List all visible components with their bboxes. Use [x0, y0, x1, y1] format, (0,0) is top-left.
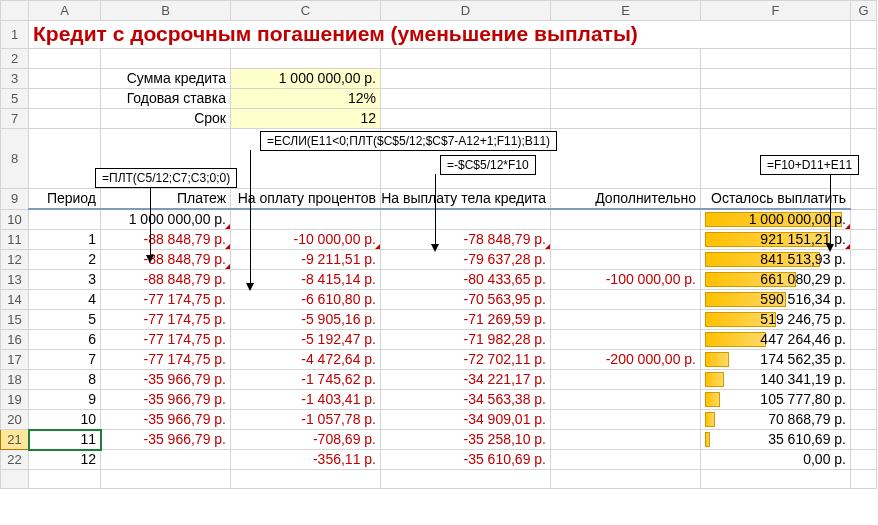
cell-extra[interactable]: -200 000,00 р.	[551, 350, 701, 370]
row-header[interactable]: 3	[1, 69, 29, 89]
cell-principal[interactable]: -34 563,38 р.	[381, 390, 551, 410]
row-header[interactable]: 21	[1, 430, 29, 450]
input-term[interactable]: 12	[231, 109, 381, 129]
row-header[interactable]	[1, 470, 29, 489]
cell-extra[interactable]	[551, 330, 701, 350]
cell-interest[interactable]: -6 610,80 р.	[231, 290, 381, 310]
row-header[interactable]: 19	[1, 390, 29, 410]
cell-principal[interactable]: -35 610,69 р.	[381, 450, 551, 470]
cell-remaining[interactable]: 35 610,69 р.	[701, 430, 851, 450]
cell-period[interactable]: 4	[29, 290, 101, 310]
cell-extra[interactable]	[551, 430, 701, 450]
cell-remaining[interactable]: 519 246,75 р.	[701, 310, 851, 330]
cell-period[interactable]: 2	[29, 250, 101, 270]
cell-period[interactable]: 12	[29, 450, 101, 470]
cell-remaining[interactable]: 841 513,93 р.	[701, 250, 851, 270]
cell-interest[interactable]: -1 745,62 р.	[231, 370, 381, 390]
label-rate[interactable]: Годовая ставка	[101, 89, 231, 109]
cell-remaining[interactable]: 447 264,46 р.	[701, 330, 851, 350]
row-header[interactable]: 12	[1, 250, 29, 270]
cell-principal[interactable]: -80 433,65 р.	[381, 270, 551, 290]
cell-payment[interactable]: -88 848,79 р.	[101, 270, 231, 290]
cell-extra[interactable]	[551, 390, 701, 410]
cell-principal[interactable]: -35 258,10 р.	[381, 430, 551, 450]
col-header-b[interactable]: B	[101, 1, 231, 21]
cell-initial-remaining[interactable]: 1 000 000,00 р.	[701, 209, 851, 230]
cell-extra[interactable]	[551, 310, 701, 330]
cell-extra[interactable]	[551, 410, 701, 430]
label-term[interactable]: Срок	[101, 109, 231, 129]
col-payment[interactable]: Платеж	[101, 189, 231, 210]
cell-remaining[interactable]: 140 341,19 р.	[701, 370, 851, 390]
cell-principal[interactable]: -79 637,28 р.	[381, 250, 551, 270]
row-header[interactable]: 13	[1, 270, 29, 290]
cell-extra[interactable]	[551, 450, 701, 470]
col-header-d[interactable]: D	[381, 1, 551, 21]
cell-payment[interactable]: -77 174,75 р.	[101, 310, 231, 330]
row-header[interactable]: 22	[1, 450, 29, 470]
cell-principal[interactable]: -70 563,95 р.	[381, 290, 551, 310]
col-header-g[interactable]: G	[851, 1, 877, 21]
cell-interest[interactable]: -5 905,16 р.	[231, 310, 381, 330]
cell-period[interactable]: 8	[29, 370, 101, 390]
cell-payment[interactable]: -35 966,79 р.	[101, 390, 231, 410]
cell-initial-payment[interactable]: 1 000 000,00 р.	[101, 209, 231, 230]
row-header[interactable]: 14	[1, 290, 29, 310]
row-header[interactable]: 20	[1, 410, 29, 430]
row-header[interactable]: 11	[1, 230, 29, 250]
row-header[interactable]: 16	[1, 330, 29, 350]
cell-interest[interactable]: -356,11 р.	[231, 450, 381, 470]
row-header[interactable]: 2	[1, 49, 29, 69]
cell-remaining[interactable]: 0,00 р.	[701, 450, 851, 470]
row-header[interactable]: 8	[1, 129, 29, 189]
cell-remaining[interactable]: 174 562,35 р.	[701, 350, 851, 370]
col-header-f[interactable]: F	[701, 1, 851, 21]
column-header-row[interactable]: A B C D E F G	[1, 1, 877, 21]
cell-extra[interactable]	[551, 370, 701, 390]
cell-period[interactable]: 10	[29, 410, 101, 430]
cell-payment[interactable]: -88 848,79 р.	[101, 230, 231, 250]
input-rate[interactable]: 12%	[231, 89, 381, 109]
input-sum[interactable]: 1 000 000,00 р.	[231, 69, 381, 89]
cell-payment[interactable]: -77 174,75 р.	[101, 350, 231, 370]
cell-payment[interactable]: -35 966,79 р.	[101, 410, 231, 430]
col-interest[interactable]: На оплату процентов	[231, 189, 381, 210]
cell-payment[interactable]: -35 966,79 р.	[101, 430, 231, 450]
col-period[interactable]: Период	[29, 189, 101, 210]
cell-period[interactable]: 11	[29, 430, 101, 450]
cell-payment[interactable]: -88 848,79 р.	[101, 250, 231, 270]
cell-remaining[interactable]: 105 777,80 р.	[701, 390, 851, 410]
col-extra[interactable]: Дополнительно	[551, 189, 701, 210]
row-header[interactable]: 7	[1, 109, 29, 129]
cell-principal[interactable]: -71 269,59 р.	[381, 310, 551, 330]
cell-period[interactable]: 3	[29, 270, 101, 290]
cell-period[interactable]: 7	[29, 350, 101, 370]
cell-period[interactable]: 1	[29, 230, 101, 250]
row-header[interactable]: 15	[1, 310, 29, 330]
col-principal[interactable]: На выплату тела кредита	[381, 189, 551, 210]
cell-interest[interactable]: -708,69 р.	[231, 430, 381, 450]
row-header[interactable]: 18	[1, 370, 29, 390]
cell-principal[interactable]: -34 909,01 р.	[381, 410, 551, 430]
row-header[interactable]: 10	[1, 209, 29, 230]
cell-extra[interactable]	[551, 250, 701, 270]
label-sum[interactable]: Сумма кредита	[101, 69, 231, 89]
cell-payment[interactable]: -35 966,79 р.	[101, 370, 231, 390]
cell-interest[interactable]: -1 057,78 р.	[231, 410, 381, 430]
row-header[interactable]: 1	[1, 21, 29, 49]
col-remaining[interactable]: Осталось выплатить	[701, 189, 851, 210]
cell-remaining[interactable]: 661 080,29 р.	[701, 270, 851, 290]
cell-interest[interactable]: -9 211,51 р.	[231, 250, 381, 270]
col-header-c[interactable]: C	[231, 1, 381, 21]
cell-payment[interactable]: -77 174,75 р.	[101, 290, 231, 310]
cell-interest[interactable]: -5 192,47 р.	[231, 330, 381, 350]
cell-extra[interactable]	[551, 230, 701, 250]
cell-payment[interactable]: -77 174,75 р.	[101, 330, 231, 350]
cell-remaining[interactable]: 70 868,79 р.	[701, 410, 851, 430]
cell-period[interactable]: 5	[29, 310, 101, 330]
cell-principal[interactable]: -78 848,79 р.	[381, 230, 551, 250]
cell-extra[interactable]: -100 000,00 р.	[551, 270, 701, 290]
row-header[interactable]: 9	[1, 189, 29, 210]
col-header-a[interactable]: A	[29, 1, 101, 21]
cell-payment[interactable]	[101, 450, 231, 470]
